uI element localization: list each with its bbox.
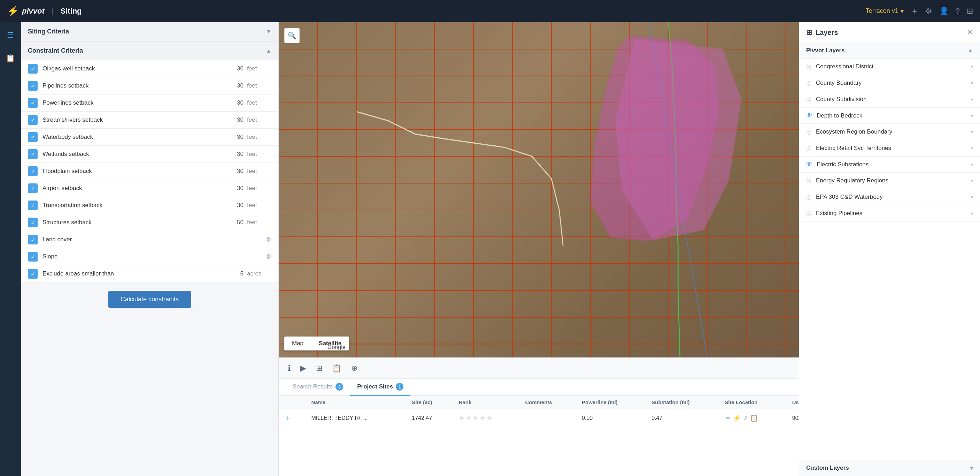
constraint-checkbox[interactable]: ✓ [28, 217, 38, 227]
layer-expand-icon[interactable]: ▾ [970, 178, 973, 184]
layer-visibility-icon[interactable]: ◎ [806, 79, 812, 87]
layer-row[interactable]: ◎Congressional District▾ [799, 59, 980, 75]
sidebar-menu-icon[interactable]: ☰ [4, 28, 17, 43]
layer-visibility-icon[interactable]: ◎ [806, 209, 812, 217]
layer-row[interactable]: ◎Ecosystem Region Boundary▾ [799, 124, 980, 140]
calculate-constraints-button[interactable]: Calculate constraints [108, 291, 191, 308]
power-location-icon[interactable]: ⚡ [733, 415, 741, 422]
rank-star[interactable]: ★ [480, 414, 485, 422]
layer-row[interactable]: ◎Electric Retail Svc Territories▾ [799, 140, 980, 157]
layers-close-button[interactable]: ✕ [967, 28, 973, 37]
constraint-value[interactable]: 30 [216, 151, 243, 158]
constraint-value[interactable]: 30 [216, 117, 243, 123]
col-rank[interactable]: Rank [453, 396, 519, 409]
constraint-value[interactable]: 30 [216, 99, 243, 106]
layer-visibility-icon[interactable]: 👁 [806, 161, 813, 168]
share-location-icon[interactable]: ↗ [743, 415, 748, 422]
layer-expand-icon[interactable]: ▾ [970, 113, 973, 118]
layer-visibility-icon[interactable]: ◎ [806, 96, 812, 103]
logo[interactable]: ⚡ pivvot | Siting [7, 5, 82, 17]
sidebar-list-icon[interactable]: 📋 [3, 51, 18, 65]
constraint-checkbox[interactable]: ✓ [28, 184, 38, 193]
row-expand-button[interactable]: ＋ [284, 414, 291, 422]
col-powerline[interactable]: Powerline (mi) [576, 396, 646, 409]
layer-row[interactable]: 👁Depth to Bedrock▾ [799, 108, 980, 124]
constraint-checkbox[interactable]: ✓ [28, 64, 38, 73]
layer-expand-icon[interactable]: ▾ [970, 80, 973, 86]
constraint-checkbox[interactable]: ✓ [28, 81, 38, 91]
user-label[interactable]: Terracon v1 ▾ [866, 7, 904, 15]
constraint-gear-icon[interactable]: ⚙ [266, 236, 271, 243]
constraint-value[interactable]: 50 [216, 219, 243, 226]
pivvot-layers-header[interactable]: Pivvot Layers ▲ [799, 43, 980, 59]
constraint-criteria-header[interactable]: Constraint Criteria ▲ [21, 41, 278, 60]
edit-location-icon[interactable]: ✏ [726, 415, 731, 422]
constraint-checkbox[interactable]: ✓ [28, 132, 38, 142]
constraint-value[interactable]: 30 [216, 82, 243, 89]
rank-star[interactable]: ★ [459, 414, 465, 422]
col-site-ac[interactable]: Site (ac) [406, 396, 453, 409]
col-comments[interactable]: Comments [519, 396, 576, 409]
settings-icon[interactable]: ⚙ [925, 6, 932, 16]
grid-icon[interactable]: ⊞ [967, 6, 973, 16]
help-icon[interactable]: ? [956, 6, 960, 16]
constraint-checkbox[interactable]: ✓ [28, 166, 38, 176]
layer-visibility-icon[interactable]: ◎ [806, 193, 812, 201]
constraint-value[interactable]: 30 [216, 185, 243, 192]
constraint-value[interactable]: 30 [216, 65, 243, 72]
constraint-checkbox[interactable]: ✓ [28, 115, 38, 125]
layer-visibility-icon[interactable]: 👁 [806, 112, 813, 119]
custom-layers-header[interactable]: Custom Layers ▾ [799, 460, 980, 476]
constraint-label: Land cover [43, 236, 207, 243]
layer-row[interactable]: ◎EPA 303 C&D Waterbody▾ [799, 189, 980, 205]
add-icon[interactable]: ＋ [911, 6, 918, 16]
col-substation[interactable]: Substation (mi) [646, 396, 719, 409]
constraint-value[interactable]: 30 [216, 134, 243, 141]
constraint-checkbox[interactable]: ✓ [28, 98, 38, 108]
layer-expand-icon[interactable]: ▾ [970, 97, 973, 102]
col-name[interactable]: Name [305, 396, 406, 409]
rank-star[interactable]: ★ [473, 414, 478, 422]
layer-expand-icon[interactable]: ▾ [970, 145, 973, 151]
layer-expand-icon[interactable]: ▾ [970, 129, 973, 134]
constraint-checkbox[interactable]: ✓ [28, 201, 38, 210]
layer-row[interactable]: ◎County Subdivision▾ [799, 91, 980, 108]
rank-star[interactable]: ★ [466, 414, 471, 422]
constraint-gear-icon[interactable]: ⚙ [266, 253, 271, 260]
constraint-checkbox[interactable]: ✓ [28, 252, 38, 262]
layer-row[interactable]: ◎County Boundary▾ [799, 75, 980, 91]
tab-search-results[interactable]: Search Results 3 [286, 379, 350, 396]
layer-row[interactable]: ◎Energy Regulatory Regions▾ [799, 173, 980, 189]
constraint-value[interactable]: 30 [216, 202, 243, 209]
layer-row[interactable]: 👁Electric Substations▾ [799, 157, 980, 173]
constraint-value[interactable]: 30 [216, 168, 243, 175]
info-tool-icon[interactable]: ℹ [286, 362, 293, 375]
constraint-checkbox[interactable]: ✓ [28, 149, 38, 159]
layer-expand-icon[interactable]: ▾ [970, 64, 973, 69]
play-tool-icon[interactable]: ▶ [298, 362, 308, 375]
project-sites-badge: 1 [396, 383, 403, 391]
layer-visibility-icon[interactable]: ◎ [806, 144, 812, 152]
table-location-icon[interactable]: 📋 [750, 415, 758, 422]
constraint-checkbox[interactable]: ✓ [28, 235, 38, 244]
siting-criteria-header[interactable]: Siting Criteria ▼ [21, 22, 278, 41]
constraint-value[interactable]: 5 [216, 270, 243, 277]
layer-visibility-icon[interactable]: ◎ [806, 128, 812, 136]
layer-expand-icon[interactable]: ▾ [970, 194, 973, 200]
layer-expand-icon[interactable]: ▾ [970, 162, 973, 168]
layer-row[interactable]: ◎Existing Pipelines▾ [799, 205, 980, 222]
map-search-button[interactable]: 🔍 [284, 28, 300, 43]
constraint-checkbox[interactable]: ✓ [28, 269, 38, 279]
layers-tool-icon[interactable]: ⊞ [314, 362, 325, 375]
layer-visibility-icon[interactable]: ◎ [806, 177, 812, 184]
export-tool-icon[interactable]: 📋 [330, 362, 344, 375]
layer-visibility-icon[interactable]: ◎ [806, 63, 812, 70]
map-type-map-button[interactable]: Map [284, 337, 311, 350]
layer-expand-icon[interactable]: ▾ [970, 211, 973, 216]
map-area[interactable]: 🔍 Map Satellite Google Map data ©2021 Im… [279, 22, 980, 476]
user-icon[interactable]: 👤 [939, 6, 949, 16]
rank-star[interactable]: ★ [487, 414, 492, 422]
col-site-location[interactable]: Site Location [719, 396, 786, 409]
site-tool-icon[interactable]: ⊕ [349, 362, 360, 375]
tab-project-sites[interactable]: Project Sites 1 [350, 379, 410, 396]
